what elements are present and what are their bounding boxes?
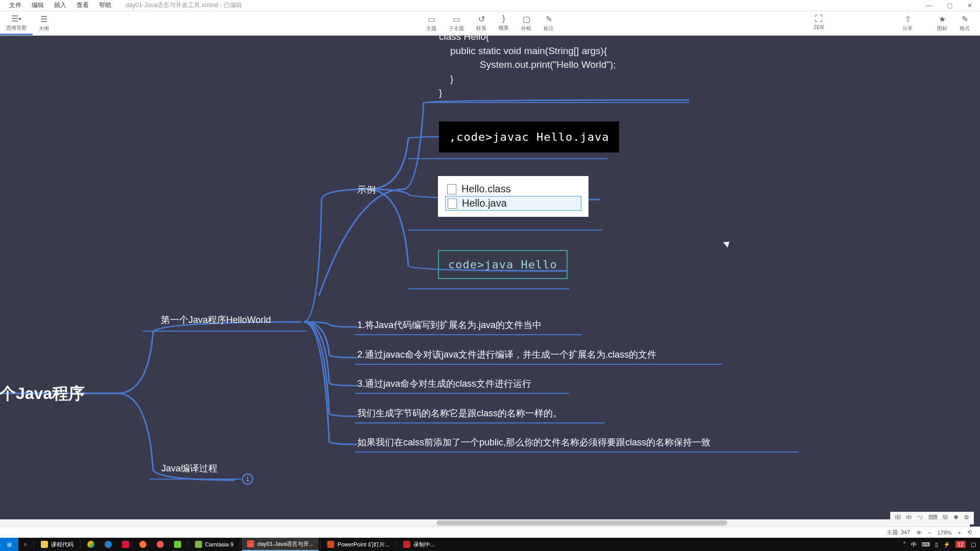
format-label: 格式: [960, 25, 970, 32]
taskbar-recording[interactable]: 录制中...: [398, 538, 440, 551]
tool-relation[interactable]: ↺联系: [470, 12, 493, 34]
taskbar-xmind[interactable]: day01-Java语言与开...: [242, 538, 318, 551]
file-row-class: Hello.class: [445, 182, 581, 196]
taskbar-camtasia[interactable]: Camtasia 9: [190, 538, 239, 551]
callout-icon: ✎: [546, 14, 552, 24]
app-icon-1[interactable]: [100, 538, 117, 551]
view-mindmap[interactable]: ☰• 思维导图: [0, 12, 33, 35]
tool-callout-label: 标注: [544, 25, 554, 32]
app-icon-4[interactable]: [169, 538, 186, 551]
brush-icon: ✎: [962, 14, 968, 24]
xmind-icon: [247, 540, 254, 547]
maximize-button[interactable]: ▢: [939, 2, 960, 9]
menu-edit[interactable]: 编辑: [27, 1, 49, 10]
menu-insert[interactable]: 插入: [49, 1, 71, 10]
horizontal-scrollbar[interactable]: [0, 519, 970, 527]
cortana-button[interactable]: ○: [18, 538, 32, 551]
terminal-javac: ,code>javac Hello.java: [439, 121, 619, 153]
node-compile[interactable]: Java编译过程: [161, 462, 217, 474]
topic-icon: ▭: [428, 14, 435, 24]
xmind-label: day01-Java语言与开...: [257, 540, 313, 548]
tool-topic[interactable]: ▭主题: [420, 12, 443, 34]
toolbar: ☰• 思维导图 ☰ 大纲 ▭主题 ▭子主题 ↺联系 }概要 ▢外框 ✎标注 ⛶Z…: [0, 11, 980, 36]
visibility-icon[interactable]: 👁: [916, 530, 922, 536]
code-line-4: }: [439, 72, 616, 86]
menu-help[interactable]: 帮助: [94, 1, 116, 10]
app-icon-2[interactable]: [117, 538, 134, 551]
start-button[interactable]: ⊞: [0, 538, 18, 551]
node-example[interactable]: 示例: [357, 184, 376, 196]
mindmap-icon: ☰•: [11, 14, 21, 23]
tray-keyboard-icon[interactable]: ⌨: [922, 541, 930, 548]
code-line-3: System.out.print("Hello World");: [439, 58, 616, 72]
app3-icon: [157, 541, 164, 548]
zoom-out[interactable]: −: [928, 530, 931, 536]
app4-icon: [174, 541, 181, 548]
camtasia-label: Camtasia 9: [205, 541, 234, 547]
icons-panel[interactable]: ★图标: [931, 12, 953, 34]
file-icon: [447, 184, 456, 194]
code-line-5: }: [439, 86, 616, 100]
scrollbar-thumb[interactable]: [436, 520, 727, 525]
step-1[interactable]: 1.将Java代码编写到扩展名为.java的文件当中: [357, 319, 542, 331]
rec-label: 录制中...: [413, 541, 435, 548]
ppt-label: PowerPoint 幻灯片...: [337, 541, 389, 548]
share-button[interactable]: ⇧分享: [896, 12, 919, 34]
file-row-java: Hello.java: [445, 196, 581, 211]
terminal-java: code>java Hello: [438, 250, 568, 279]
mouse-cursor-icon: [723, 239, 732, 247]
document-title: day01-Java语言与开发工具.xmind - 已编辑: [120, 1, 247, 10]
close-button[interactable]: ✕: [960, 2, 980, 9]
s3-underline: [355, 393, 569, 394]
icons-label: 图标: [937, 25, 947, 32]
tray-battery-icon[interactable]: ▯: [935, 541, 938, 548]
tool-topic-label: 主题: [426, 25, 436, 32]
code-snippet: class Hello{ public static void main(Str…: [439, 36, 616, 100]
tool-boundary[interactable]: ▢外框: [515, 12, 537, 34]
root-node[interactable]: ·个Java程序: [0, 383, 85, 405]
app2-icon: [122, 541, 129, 548]
file-list: Hello.class Hello.java: [438, 176, 589, 217]
window-controls: — ▢ ✕: [919, 0, 980, 11]
windows-taskbar: ⊞ ○ 课程代码 Camtasia 9 day01-Java语言与开... Po…: [0, 538, 980, 551]
note-1[interactable]: 我们生成字节码的名称它是跟class的名称一样的。: [357, 407, 562, 419]
mindmap-canvas[interactable]: class Hello{ public static void main(Str…: [0, 36, 980, 527]
collapse-badge[interactable]: 1: [242, 473, 253, 485]
note-2[interactable]: 如果我们在calss前添加了一个public,那么你的文件名称必须得要跟clas…: [357, 436, 710, 448]
view-outline[interactable]: ☰ 大纲: [33, 12, 55, 34]
menu-bar: 文件 编辑 插入 查看 帮助 day01-Java语言与开发工具.xmind -…: [0, 0, 980, 11]
topic-count: 主题: 347: [887, 529, 910, 536]
s4-underline: [355, 422, 605, 423]
record-icon: [403, 541, 410, 548]
menu-view[interactable]: 查看: [71, 1, 94, 10]
tool-callout[interactable]: ✎标注: [537, 12, 560, 34]
format-panel[interactable]: ✎格式: [953, 12, 976, 34]
tray-action-center-icon[interactable]: ▢: [971, 541, 976, 548]
first-underline: [143, 331, 306, 332]
tray-ime-icon[interactable]: 中: [911, 541, 917, 548]
status-bar: 主题: 347 👁 − 178% + ⟲: [0, 527, 980, 538]
firefox-icon[interactable]: [134, 538, 152, 551]
chrome-icon[interactable]: [82, 538, 100, 551]
taskbar-powerpoint[interactable]: PowerPoint 幻灯片...: [322, 538, 394, 551]
zen-mode[interactable]: ⛶ZEN: [807, 12, 830, 34]
view-mindmap-label: 思维导图: [6, 24, 27, 32]
javac-underline: [408, 158, 607, 159]
tray-notification-badge[interactable]: 12: [955, 541, 966, 548]
app-icon-3[interactable]: [152, 538, 169, 551]
tray-chevron-icon[interactable]: ˄: [903, 541, 906, 548]
camtasia-icon: [195, 541, 202, 548]
menu-file[interactable]: 文件: [4, 1, 27, 10]
tray-network-icon[interactable]: ⚡: [943, 541, 950, 548]
taskbar-folder[interactable]: 课程代码: [36, 538, 79, 551]
tool-summary[interactable]: }概要: [493, 12, 515, 34]
minimize-button[interactable]: —: [919, 2, 939, 9]
step-2[interactable]: 2.通过javac命令对该java文件进行编译，并生成一个扩展名为.class的…: [357, 348, 656, 361]
step-3[interactable]: 3.通过java命令对生成的class文件进行运行: [357, 378, 531, 390]
compile-underline: [149, 479, 241, 480]
tool-subtopic[interactable]: ▭子主题: [443, 12, 470, 34]
fit-icon[interactable]: ⟲: [967, 529, 972, 536]
java-underline: [408, 288, 569, 289]
node-first-program[interactable]: 第一个Java程序HelloWorld: [161, 314, 271, 326]
zoom-in[interactable]: +: [958, 530, 961, 536]
